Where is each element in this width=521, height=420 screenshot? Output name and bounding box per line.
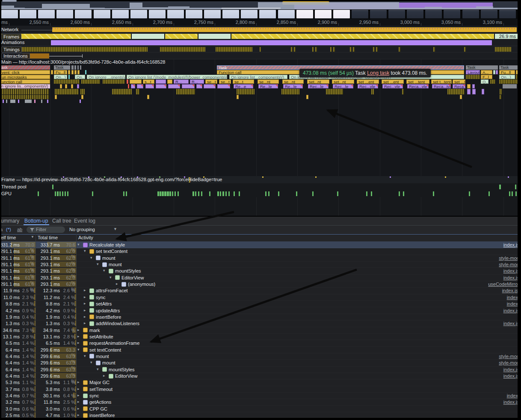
table-row[interactable]: 291.1 ms61.6 %293.1 ms62.0 %▾mountStyles… (0, 267, 521, 274)
flame-segment[interactable] (128, 84, 129, 88)
flame-segment[interactable] (137, 84, 143, 88)
flame-segment[interactable] (77, 84, 79, 88)
self-time-header[interactable]: elf time (1, 235, 16, 240)
flame-segment[interactable] (85, 70, 86, 74)
collapse-arrow-icon[interactable]: ▾ (77, 347, 83, 352)
timing-mark[interactable] (294, 47, 296, 52)
timing-mark[interactable] (330, 47, 332, 52)
table-row[interactable]: 9.8 ms2.1 %9.8 ms2.1 %▸setAttrsindex. (0, 300, 521, 307)
filmstrip-thumbnail[interactable] (352, 10, 368, 18)
table-row[interactable]: 1.3 ms0.3 %1.3 ms0.3 %▸addWindowListener… (0, 320, 521, 327)
filmstrip-thumbnail[interactable] (112, 10, 129, 18)
filmstrip-thumbnail[interactable] (499, 10, 516, 18)
tab-summary[interactable]: ummary (1, 218, 19, 224)
filmstrip-thumbnail[interactable] (1, 10, 18, 18)
filmstrip-thumbnail[interactable] (425, 10, 442, 18)
filmstrip-thumbnail[interactable] (481, 10, 497, 18)
expand-arrow-icon[interactable]: ▸ (103, 373, 108, 378)
whole-word-icon[interactable]: ab (17, 227, 22, 232)
table-row[interactable]: 3.0 ms0.6 %3.0 ms0.6 %▸CPP GC (0, 405, 521, 412)
source-link[interactable]: index.js (503, 268, 519, 273)
timing-mark[interactable] (160, 47, 205, 52)
total-time-header[interactable]: Total time (38, 235, 58, 240)
collapse-arrow-icon[interactable]: ▾ (110, 275, 115, 279)
flame-segment[interactable] (80, 100, 81, 103)
flame-segment[interactable]: set ...ent (382, 79, 404, 84)
flame-segment[interactable] (472, 84, 475, 88)
flame-segment[interactable] (81, 95, 83, 99)
tab-event-log[interactable]: Event log (74, 218, 95, 224)
network-track[interactable]: Network (0, 26, 521, 33)
flame-segment[interactable] (460, 95, 462, 99)
flame-segment[interactable]: un microtasks (0, 75, 50, 79)
timing-mark[interactable] (353, 47, 355, 52)
expand-arrow-icon[interactable]: ▸ (77, 380, 83, 384)
source-link[interactable]: index.js (503, 242, 519, 247)
flame-segment[interactable]: vent: click (0, 70, 50, 74)
tab-call-tree[interactable]: Call tree (52, 218, 71, 224)
flame-segment[interactable] (131, 84, 135, 88)
filmstrip-thumbnail[interactable] (94, 10, 110, 18)
flame-segment[interactable] (74, 70, 77, 74)
flame-segment[interactable] (3, 100, 4, 103)
flame-segment[interactable] (466, 75, 480, 79)
flame-segment[interactable]: Rec...yle (382, 84, 403, 88)
timing-mark[interactable] (373, 47, 375, 52)
filmstrip-thumbnail[interactable] (222, 10, 239, 18)
timing-mark[interactable] (315, 47, 317, 52)
timing-mark[interactable] (291, 47, 293, 52)
flame-segment[interactable]: Task (54, 65, 70, 70)
flame-segment[interactable] (182, 84, 195, 88)
flame-segment[interactable] (41, 100, 42, 103)
timing-mark[interactable] (495, 47, 511, 52)
flame-segment[interactable] (71, 65, 74, 70)
expand-arrow-icon[interactable]: ▸ (77, 341, 83, 345)
flame-segment[interactable] (237, 95, 239, 99)
source-link[interactable]: index.js (503, 321, 519, 326)
source-link[interactable]: index.js (503, 373, 519, 379)
flame-segment[interactable] (6, 100, 7, 103)
flame-segment[interactable] (112, 89, 132, 94)
timing-mark[interactable] (312, 47, 314, 52)
flame-segment[interactable] (168, 84, 180, 88)
collapse-arrow-icon[interactable]: ▾ (97, 262, 102, 266)
flame-segment[interactable] (34, 100, 36, 103)
flame-segment[interactable]: Fu...ll (499, 70, 515, 74)
table-row[interactable]: 11.9 ms2.5 %12.3 ms2.6 %▸attrsFromFaceti… (0, 287, 521, 294)
flame-segment[interactable] (80, 65, 81, 70)
collapse-arrow-icon[interactable]: ▾ (84, 354, 89, 358)
flame-segment[interactable]: F...l (481, 75, 492, 79)
flame-segment[interactable]: se...t (233, 79, 254, 84)
flame-segment[interactable] (55, 89, 79, 94)
flame-segment[interactable] (447, 89, 465, 94)
flame-segment[interactable] (204, 84, 216, 88)
flame-segment[interactable]: set ...tent (453, 79, 465, 84)
table-row[interactable]: 6.4 ms1.4 %299.6 ms63.3 %▾mountstyle-mod (0, 359, 521, 366)
flame-segment[interactable] (71, 84, 73, 88)
interactions-track[interactable]: Interactions (0, 53, 521, 59)
table-row[interactable]: 11.0 ms2.3 %11.2 ms2.4 %▸syncindex. (0, 294, 521, 301)
source-link[interactable]: index.js (503, 308, 519, 313)
flame-segment[interactable]: set...nt (332, 79, 354, 84)
expand-arrow-icon[interactable]: ▸ (84, 295, 89, 299)
flame-chart[interactable]: askTaskTaskTaskTaskvent: clickFu...llFun… (0, 59, 521, 176)
filmstrip-thumbnail[interactable] (388, 10, 405, 18)
grouping-dropdown-icon[interactable]: ▼ (113, 227, 117, 231)
flame-segment[interactable]: Fu...ll (54, 70, 67, 74)
flame-segment[interactable]: R... (174, 79, 189, 84)
source-link[interactable]: index.js: (502, 288, 519, 293)
tooltip-longtask-link[interactable]: Long task (367, 70, 389, 76)
table-row[interactable]: 6.4 ms1.4 %299.6 ms63.3 %▾mountstyle-mod (0, 353, 521, 360)
frames-track[interactable]: 26.9 ms Frames (0, 33, 521, 39)
flame-segment[interactable]: Task (466, 65, 498, 70)
expand-arrow-icon[interactable]: ▸ (77, 328, 83, 332)
flame-segment[interactable]: Reca...yle (453, 84, 465, 88)
frame-block[interactable] (165, 34, 198, 39)
filmstrip-thumbnail[interactable] (370, 10, 387, 18)
timing-mark[interactable] (333, 47, 335, 52)
table-row[interactable]: 6.4 ms1.4 %299.6 ms63.3 %▾mountStylesind… (0, 366, 521, 373)
flame-segment[interactable] (60, 84, 62, 88)
flame-segment[interactable]: On...) (54, 75, 67, 79)
table-row[interactable]: 291.1 ms61.6 %293.1 ms62.0 %▾EditorViewi… (0, 274, 521, 281)
table-row[interactable]: 6.5 ms1.4 %6.5 ms1.4 %▸requestAnimationF… (0, 340, 521, 347)
